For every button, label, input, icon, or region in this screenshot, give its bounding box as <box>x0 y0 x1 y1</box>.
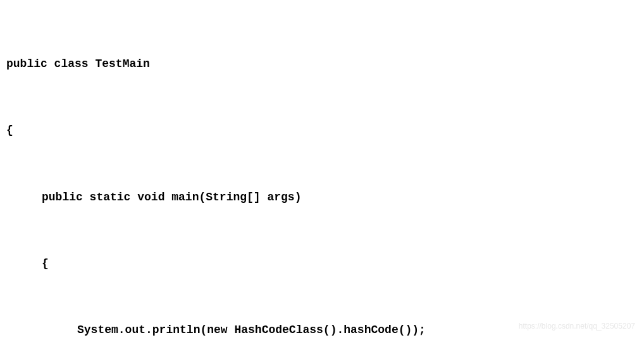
code-line: { <box>6 119 638 142</box>
watermark-text: https://blog.csdn.net/qq_32505207 <box>519 319 635 334</box>
code-block: public class TestMain { public static vo… <box>6 9 638 340</box>
code-line: { <box>6 253 638 275</box>
code-line: public class TestMain <box>6 53 638 75</box>
code-line: public static void main(String[] args) <box>6 186 638 209</box>
